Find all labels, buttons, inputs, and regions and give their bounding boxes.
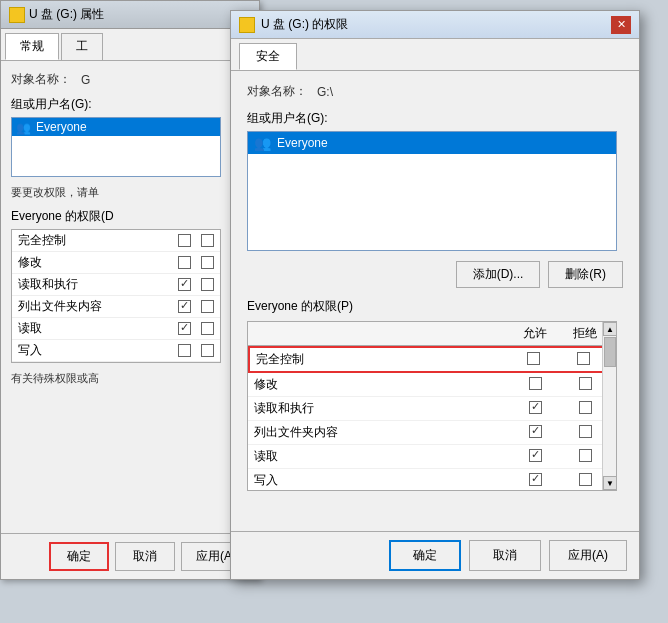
bg-perm-name-4: 读取: [18, 320, 178, 337]
deny-checkbox-3[interactable]: [579, 425, 592, 438]
bg-tab-general[interactable]: 常规: [5, 33, 59, 60]
ok-button[interactable]: 确定: [389, 540, 461, 571]
object-row: 对象名称： G:\: [247, 83, 623, 100]
bg-notice: 要更改权限，请单: [11, 185, 249, 200]
bg-deny-0[interactable]: [201, 234, 214, 247]
user-list-box[interactable]: 👥 Everyone: [247, 131, 617, 251]
add-button[interactable]: 添加(D)...: [456, 261, 541, 288]
bg-deny-4[interactable]: [201, 322, 214, 335]
perm-col-name-header: [254, 325, 510, 342]
remove-button[interactable]: 删除(R): [548, 261, 623, 288]
cancel-button[interactable]: 取消: [469, 540, 541, 571]
bg-ok-button[interactable]: 确定: [49, 542, 109, 571]
perm-allow-0: [508, 352, 558, 368]
allow-checkbox-2[interactable]: [529, 401, 542, 414]
user-list-item-everyone[interactable]: 👥 Everyone: [248, 132, 616, 154]
bg-allow-0[interactable]: [178, 234, 191, 247]
user-btn-row: 添加(D)... 删除(R): [247, 261, 623, 288]
bg-perm-row-0: 完全控制: [12, 230, 220, 252]
perm-name-2: 读取和执行: [254, 400, 510, 417]
perm-name-1: 修改: [254, 376, 510, 393]
dialog-titlebar: U 盘 (G:) 的权限 ✕: [231, 11, 639, 39]
bg-perm-checks-0: [178, 234, 214, 247]
perm-table-header: 允许 拒绝: [248, 322, 616, 346]
perm-table-container: 允许 拒绝 完全控制 修改: [247, 321, 617, 491]
perm-allow-3: [510, 425, 560, 441]
scrollbar-thumb[interactable]: [604, 337, 616, 367]
drive-icon: [9, 7, 25, 23]
bg-allow-1[interactable]: [178, 256, 191, 269]
user-name: Everyone: [277, 136, 328, 150]
object-value: G:\: [317, 85, 333, 99]
bg-perm-name-5: 写入: [18, 342, 178, 359]
bg-group-label: 组或用户名(G):: [11, 96, 249, 113]
allow-checkbox-5[interactable]: [529, 473, 542, 486]
perm-row-5: 写入: [248, 469, 616, 491]
bg-perm-row-3: 列出文件夹内容: [12, 296, 220, 318]
perm-name-0: 完全控制: [256, 351, 508, 368]
bg-deny-1[interactable]: [201, 256, 214, 269]
bg-perm-row-4: 读取: [12, 318, 220, 340]
dialog-title: U 盘 (G:) 的权限: [261, 16, 611, 33]
bg-allow-4[interactable]: [178, 322, 191, 335]
perm-allow-4: [510, 449, 560, 465]
dialog-tab-security[interactable]: 安全: [239, 43, 297, 70]
bg-perm-table: 完全控制 修改 读取和执行: [11, 229, 221, 363]
bg-deny-2[interactable]: [201, 278, 214, 291]
bg-cancel-button[interactable]: 取消: [115, 542, 175, 571]
bg-content: 对象名称： G 组或用户名(G): 👥 Everyone 要更改权限，请单 Ev…: [1, 61, 259, 397]
bg-perm-row-1: 修改: [12, 252, 220, 274]
perm-name-3: 列出文件夹内容: [254, 424, 510, 441]
allow-checkbox-1[interactable]: [529, 377, 542, 390]
dialog-close-button[interactable]: ✕: [611, 16, 631, 34]
perm-row-3: 列出文件夹内容: [248, 421, 616, 445]
deny-checkbox-5[interactable]: [579, 473, 592, 486]
perm-section-label: Everyone 的权限(P): [247, 298, 623, 315]
bg-user-name: Everyone: [36, 120, 87, 134]
bg-titlebar: U 盘 (G:) 属性: [1, 1, 259, 29]
deny-checkbox-0[interactable]: [577, 352, 590, 365]
bg-allow-2[interactable]: [178, 278, 191, 291]
bg-perm-checks-1: [178, 256, 214, 269]
bg-deny-3[interactable]: [201, 300, 214, 313]
apply-button[interactable]: 应用(A): [549, 540, 627, 571]
scrollbar-track[interactable]: ▲ ▼: [602, 322, 616, 490]
perm-allow-5: [510, 473, 560, 489]
object-label: 对象名称：: [247, 83, 317, 100]
perm-col-allow-header: 允许: [510, 325, 560, 342]
bg-allow-3[interactable]: [178, 300, 191, 313]
bg-deny-5[interactable]: [201, 344, 214, 357]
bg-perm-checks-5: [178, 344, 214, 357]
allow-checkbox-4[interactable]: [529, 449, 542, 462]
bg-perm-checks-2: [178, 278, 214, 291]
dialog-footer: 确定 取消 应用(A): [231, 531, 639, 579]
bg-perm-checks-3: [178, 300, 214, 313]
bg-notice2: 有关待殊权限或高: [11, 371, 249, 386]
dialog-tabs: 安全: [231, 39, 639, 71]
allow-checkbox-3[interactable]: [529, 425, 542, 438]
perm-row-1: 修改: [248, 373, 616, 397]
bg-perm-label: Everyone 的权限(D: [11, 208, 249, 225]
bg-object-value: G: [81, 73, 90, 87]
bg-user-item[interactable]: 👥 Everyone: [12, 118, 220, 136]
deny-checkbox-4[interactable]: [579, 449, 592, 462]
allow-checkbox-0[interactable]: [527, 352, 540, 365]
dialog-title-drive-icon: [239, 17, 255, 33]
perm-row-4: 读取: [248, 445, 616, 469]
bg-perm-name-3: 列出文件夹内容: [18, 298, 178, 315]
bg-perm-checks-4: [178, 322, 214, 335]
scroll-up-arrow[interactable]: ▲: [603, 322, 617, 336]
bg-allow-5[interactable]: [178, 344, 191, 357]
bg-perm-row-2: 读取和执行: [12, 274, 220, 296]
deny-checkbox-2[interactable]: [579, 401, 592, 414]
perm-row-0: 完全控制: [248, 346, 616, 373]
perm-name-4: 读取: [254, 448, 510, 465]
perm-allow-2: [510, 401, 560, 417]
group-label: 组或用户名(G):: [247, 110, 623, 127]
bg-object-label: 对象名称：: [11, 71, 81, 88]
perm-allow-1: [510, 377, 560, 393]
bg-object-row: 对象名称： G: [11, 71, 249, 88]
deny-checkbox-1[interactable]: [579, 377, 592, 390]
scroll-down-arrow[interactable]: ▼: [603, 476, 617, 490]
bg-tab-tools[interactable]: 工: [61, 33, 103, 60]
